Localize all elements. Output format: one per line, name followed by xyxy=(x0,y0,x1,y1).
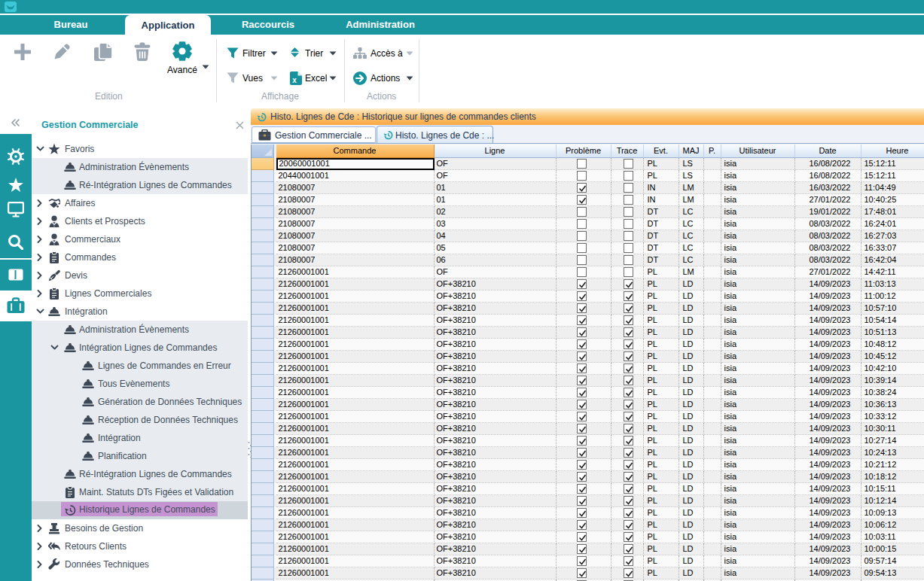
svg-text:x: x xyxy=(292,76,297,84)
